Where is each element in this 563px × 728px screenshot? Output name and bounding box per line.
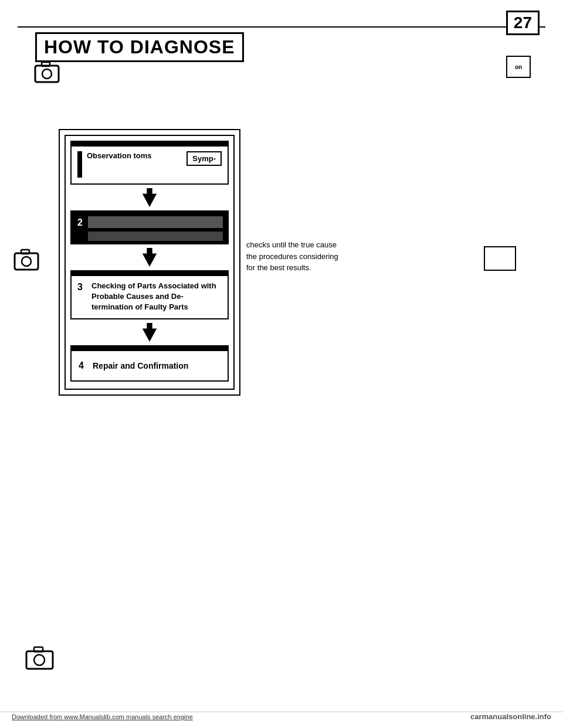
footer: Downloaded from www.Manualslib.com manua… xyxy=(0,712,563,721)
arrow-2 xyxy=(70,244,229,270)
flow-outer-border: Observation toms Symp- 2 xyxy=(65,135,235,390)
flow-box-1: Observation toms Symp- xyxy=(70,141,229,185)
flow-diagram: Observation toms Symp- 2 xyxy=(59,129,240,396)
box4-number: 4 xyxy=(79,360,87,371)
box3-number: 3 xyxy=(77,282,86,292)
arrow-1 xyxy=(70,185,229,210)
footer-right-link[interactable]: carmanualsonline.info xyxy=(470,712,551,721)
box1-left-bar xyxy=(77,151,82,178)
arrow-3 xyxy=(70,319,229,345)
side-text-box3: checks until the true cause the procedur… xyxy=(246,239,364,274)
svg-rect-9 xyxy=(147,248,152,254)
box2-bar2 xyxy=(88,232,223,241)
page-number: 27 xyxy=(506,11,540,35)
box3-text: Checking of Parts Associated with Probab… xyxy=(91,281,222,313)
small-box-right xyxy=(484,246,516,271)
page-title-text: HOW TO DIAGNOSE xyxy=(44,36,235,57)
box2-number: 2 xyxy=(77,217,83,228)
box4-inner: 4 Repair and Confirmation xyxy=(72,351,228,380)
svg-rect-11 xyxy=(147,323,152,329)
flow-box-4: 4 Repair and Confirmation xyxy=(70,345,229,382)
box1-label: Observation toms xyxy=(87,151,182,161)
svg-rect-3 xyxy=(15,253,38,270)
top-right-label: on xyxy=(515,64,522,70)
box4-text: Repair and Confirmation xyxy=(93,361,188,370)
svg-point-4 xyxy=(22,257,31,266)
flow-box-2: 2 xyxy=(70,210,229,244)
box2-bar1 xyxy=(88,216,223,228)
svg-rect-2 xyxy=(42,62,50,66)
svg-rect-5 xyxy=(21,250,29,254)
page-container: 27 HOW TO DIAGNOSE on xyxy=(0,0,563,728)
camera-icon xyxy=(32,59,62,85)
page-title: HOW TO DIAGNOSE xyxy=(35,32,244,62)
top-border-line xyxy=(18,26,545,28)
side-text-line3: for the best results. xyxy=(246,263,311,272)
box1-inner: Observation toms Symp- xyxy=(72,147,228,183)
svg-point-13 xyxy=(34,655,45,665)
flow-box-3: 3 Checking of Parts Associated with Prob… xyxy=(70,270,229,319)
svg-marker-10 xyxy=(143,328,157,342)
camera-icon-bottom xyxy=(23,643,56,672)
svg-marker-8 xyxy=(143,253,157,267)
camera-icon-mid xyxy=(12,246,41,273)
box3-inner: 3 Checking of Parts Associated with Prob… xyxy=(72,276,228,318)
svg-marker-6 xyxy=(143,193,157,207)
side-text-line1: checks until the true cause xyxy=(246,240,337,249)
footer-left-link[interactable]: Downloaded from www.Manualslib.com manua… xyxy=(12,713,193,720)
side-text-line2: the procedures considering xyxy=(246,252,338,261)
svg-point-1 xyxy=(42,69,52,79)
box1-symp: Symp- xyxy=(186,151,222,166)
svg-rect-7 xyxy=(147,188,152,195)
box4-top-bar xyxy=(72,346,228,351)
page-number-text: 27 xyxy=(514,13,532,32)
svg-rect-0 xyxy=(35,66,59,82)
svg-rect-12 xyxy=(26,651,53,669)
box3-top-bar xyxy=(72,271,228,276)
svg-rect-14 xyxy=(34,647,43,652)
box1-top-bar xyxy=(72,142,228,147)
page-icon-top-right: on xyxy=(506,56,531,78)
